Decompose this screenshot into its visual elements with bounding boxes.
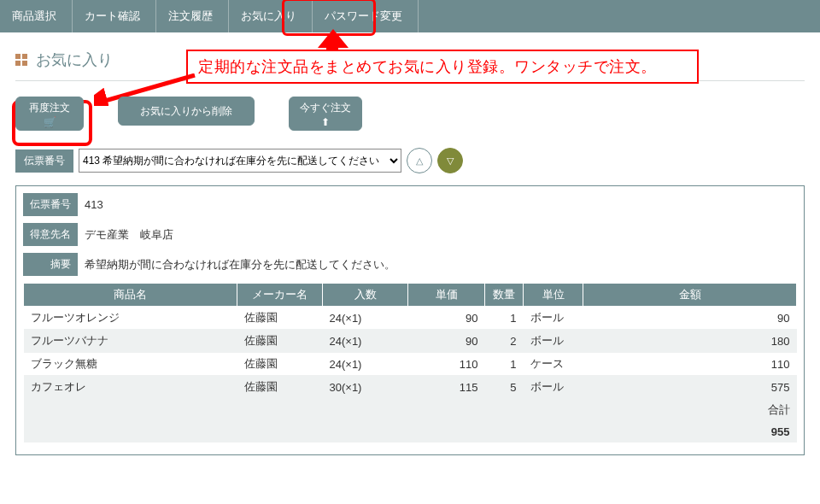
remove-favorite-button[interactable]: お気に入りから削除 [118,97,255,126]
cell-name: フルーツオレンジ [24,307,237,330]
remarks-value: 希望納期が間に合わなければ在庫分を先に配送してください。 [85,257,395,273]
cell-maker: 佐藤園 [237,353,323,376]
remarks-label: 摘要 [23,253,78,276]
total-label-row: 合計 [24,399,797,422]
cell-name: カフェオレ [24,376,237,399]
slip-selector-row: 伝票番号 413 希望納期が間に合わなければ在庫分を先に配送してください △ ▽ [15,148,805,173]
reorder-button[interactable]: 再度注文 🛒 [15,97,84,131]
slip-number-tag: 伝票番号 [15,149,73,173]
col-price: 単価 [408,284,485,307]
total-value: 955 [24,422,797,442]
page-title: お気に入り [36,50,113,70]
col-name: 商品名 [24,284,237,307]
nav-item-cart[interactable]: カート確認 [73,0,156,32]
cell-unit: ボール [524,376,583,399]
slip-detail-card: 伝票番号 413 得意先名 デモ産業 岐阜店 摘要 希望納期が間に合わなければ在… [15,185,805,455]
items-header-row: 商品名 メーカー名 入数 単価 数量 単位 金額 [24,284,797,307]
slip-prev-button[interactable]: △ [407,148,432,173]
table-row: フルーツオレンジ 佐藤園 24(×1) 90 1 ボール 90 [24,307,797,330]
cell-qty: 2 [485,330,524,353]
kv-slip-no: 伝票番号 413 [23,193,797,216]
col-pack: 入数 [323,284,408,307]
cell-price: 90 [408,307,485,330]
remove-favorite-button-label: お気に入りから削除 [140,104,232,119]
customer-value: デモ産業 岐阜店 [85,227,173,243]
kv-customer: 得意先名 デモ産業 岐阜店 [23,223,797,246]
top-nav: 商品選択 カート確認 注文履歴 お気に入り パスワード変更 [0,0,820,32]
cell-name: フルーツバナナ [24,330,237,353]
nav-item-password[interactable]: パスワード変更 [313,0,419,32]
col-unit: 単位 [524,284,583,307]
kv-remarks: 摘要 希望納期が間に合わなければ在庫分を先に配送してください。 [23,253,797,276]
nav-item-favorites[interactable]: お気に入り [229,0,313,32]
action-bar: 再度注文 🛒 お気に入りから削除 今すぐ注文 ⬆ [15,97,805,148]
col-qty: 数量 [485,284,524,307]
slip-no-label: 伝票番号 [23,193,78,216]
cell-qty: 5 [485,376,524,399]
table-row: ブラック無糖 佐藤園 24(×1) 110 1 ケース 110 [24,353,797,376]
cell-pack: 24(×1) [323,330,408,353]
cell-maker: 佐藤園 [237,330,323,353]
slip-select[interactable]: 413 希望納期が間に合わなければ在庫分を先に配送してください [79,149,401,173]
cell-amount: 180 [583,330,797,353]
cell-price: 90 [408,330,485,353]
cell-amount: 110 [583,353,797,376]
cell-pack: 30(×1) [323,376,408,399]
total-label: 合計 [24,399,797,422]
customer-label: 得意先名 [23,223,78,246]
cell-unit: ケース [524,353,583,376]
upload-icon: ⬆ [321,117,330,127]
cell-amount: 90 [583,307,797,330]
table-row: カフェオレ 佐藤園 30(×1) 115 5 ボール 575 [24,376,797,399]
cell-price: 115 [408,376,485,399]
order-now-button-label: 今すぐ注文 [300,101,351,115]
slip-next-button[interactable]: ▽ [437,148,463,173]
cell-pack: 24(×1) [323,353,408,376]
cell-pack: 24(×1) [323,307,408,330]
cell-price: 110 [408,353,485,376]
cell-amount: 575 [583,376,797,399]
reorder-button-label: 再度注文 [29,101,70,115]
cart-icon: 🛒 [44,117,56,127]
triangle-up-icon: △ [416,155,423,167]
annotation-callout: 定期的な注文品をまとめてお気に入り登録。ワンタッチで注文。 [186,50,699,84]
cell-qty: 1 [485,307,524,330]
cell-unit: ボール [524,307,583,330]
order-now-button[interactable]: 今すぐ注文 ⬆ [289,97,362,131]
table-row: フルーツバナナ 佐藤園 24(×1) 90 2 ボール 180 [24,330,797,353]
cell-unit: ボール [524,330,583,353]
cell-maker: 佐藤園 [237,376,323,399]
triangle-down-icon: ▽ [447,155,454,167]
total-value-row: 955 [24,422,797,442]
nav-item-products[interactable]: 商品選択 [0,0,73,32]
cell-maker: 佐藤園 [237,307,323,330]
cell-name: ブラック無糖 [24,353,237,376]
slip-no-value: 413 [85,198,103,211]
items-body: フルーツオレンジ 佐藤園 24(×1) 90 1 ボール 90 フルーツバナナ … [24,307,797,442]
items-table: 商品名 メーカー名 入数 単価 数量 単位 金額 フルーツオレンジ 佐藤園 24… [23,283,797,442]
grid-icon [15,54,27,66]
cell-qty: 1 [485,353,524,376]
nav-item-history[interactable]: 注文履歴 [156,0,229,32]
col-maker: メーカー名 [237,284,323,307]
col-amount: 金額 [583,284,797,307]
